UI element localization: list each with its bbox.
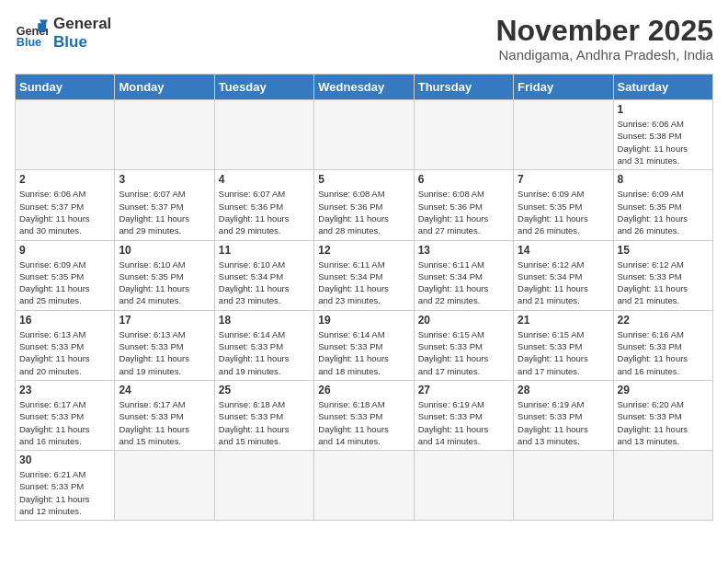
day-number: 19 — [318, 314, 409, 327]
svg-text:Blue: Blue — [17, 37, 41, 50]
weekday-header-sunday: Sunday — [16, 75, 115, 100]
calendar-cell: 12Sunrise: 6:11 AM Sunset: 5:34 PM Dayli… — [314, 240, 414, 310]
day-info: Sunrise: 6:09 AM Sunset: 5:35 PM Dayligh… — [518, 188, 609, 236]
calendar-cell: 20Sunrise: 6:15 AM Sunset: 5:33 PM Dayli… — [414, 310, 513, 380]
day-number: 7 — [518, 173, 609, 186]
calendar-cell: 29Sunrise: 6:20 AM Sunset: 5:33 PM Dayli… — [613, 380, 712, 450]
logo: General Blue General Blue — [15, 15, 111, 52]
calendar-cell: 7Sunrise: 6:09 AM Sunset: 5:35 PM Daylig… — [514, 170, 613, 240]
calendar-cell: 25Sunrise: 6:18 AM Sunset: 5:33 PM Dayli… — [214, 380, 313, 450]
day-number: 3 — [119, 173, 210, 186]
day-number: 25 — [219, 384, 310, 396]
day-info: Sunrise: 6:14 AM Sunset: 5:33 PM Dayligh… — [219, 328, 310, 377]
calendar-cell — [115, 451, 214, 521]
calendar-cell: 13Sunrise: 6:11 AM Sunset: 5:34 PM Dayli… — [414, 240, 513, 310]
day-info: Sunrise: 6:09 AM Sunset: 5:35 PM Dayligh… — [618, 188, 709, 236]
day-number: 20 — [418, 314, 509, 327]
calendar-cell: 26Sunrise: 6:18 AM Sunset: 5:33 PM Dayli… — [314, 380, 414, 450]
calendar-cell — [214, 100, 313, 170]
day-number: 21 — [518, 314, 609, 327]
day-info: Sunrise: 6:07 AM Sunset: 5:36 PM Dayligh… — [219, 188, 310, 236]
day-info: Sunrise: 6:08 AM Sunset: 5:36 PM Dayligh… — [418, 188, 509, 236]
calendar-cell — [314, 100, 414, 170]
day-number: 29 — [618, 384, 709, 396]
day-info: Sunrise: 6:15 AM Sunset: 5:33 PM Dayligh… — [418, 328, 509, 377]
day-number: 17 — [119, 314, 210, 327]
day-info: Sunrise: 6:19 AM Sunset: 5:33 PM Dayligh… — [418, 398, 509, 447]
month-title: November 2025 — [495, 15, 713, 47]
day-number: 10 — [119, 244, 210, 257]
calendar-cell: 4Sunrise: 6:07 AM Sunset: 5:36 PM Daylig… — [214, 170, 313, 240]
day-info: Sunrise: 6:15 AM Sunset: 5:33 PM Dayligh… — [518, 328, 609, 377]
calendar-row: 23Sunrise: 6:17 AM Sunset: 5:33 PM Dayli… — [16, 380, 713, 450]
location: Nandigama, Andhra Pradesh, India — [495, 47, 713, 63]
day-number: 11 — [219, 244, 310, 257]
calendar-cell: 2Sunrise: 6:06 AM Sunset: 5:37 PM Daylig… — [16, 170, 115, 240]
calendar-cell: 24Sunrise: 6:17 AM Sunset: 5:33 PM Dayli… — [115, 380, 214, 450]
weekday-header-monday: Monday — [115, 75, 214, 100]
calendar-row: 30Sunrise: 6:21 AM Sunset: 5:33 PM Dayli… — [16, 451, 713, 521]
calendar-cell: 10Sunrise: 6:10 AM Sunset: 5:35 PM Dayli… — [115, 240, 214, 310]
day-info: Sunrise: 6:06 AM Sunset: 5:38 PM Dayligh… — [618, 118, 709, 167]
day-number: 16 — [19, 314, 110, 327]
calendar-cell — [214, 451, 313, 521]
day-number: 5 — [318, 173, 409, 186]
day-info: Sunrise: 6:13 AM Sunset: 5:33 PM Dayligh… — [19, 328, 110, 377]
day-number: 28 — [518, 384, 609, 396]
day-info: Sunrise: 6:11 AM Sunset: 5:34 PM Dayligh… — [418, 259, 509, 307]
calendar-cell: 3Sunrise: 6:07 AM Sunset: 5:37 PM Daylig… — [115, 170, 214, 240]
calendar-row: 16Sunrise: 6:13 AM Sunset: 5:33 PM Dayli… — [16, 310, 713, 380]
calendar-cell: 28Sunrise: 6:19 AM Sunset: 5:33 PM Dayli… — [514, 380, 613, 450]
calendar-cell: 1Sunrise: 6:06 AM Sunset: 5:38 PM Daylig… — [613, 100, 712, 170]
calendar-cell: 16Sunrise: 6:13 AM Sunset: 5:33 PM Dayli… — [16, 310, 115, 380]
day-number: 12 — [318, 244, 409, 257]
calendar-cell: 11Sunrise: 6:10 AM Sunset: 5:34 PM Dayli… — [214, 240, 313, 310]
calendar-cell — [16, 100, 115, 170]
calendar-row: 2Sunrise: 6:06 AM Sunset: 5:37 PM Daylig… — [16, 170, 713, 240]
day-info: Sunrise: 6:12 AM Sunset: 5:34 PM Dayligh… — [518, 259, 609, 307]
calendar-cell: 5Sunrise: 6:08 AM Sunset: 5:36 PM Daylig… — [314, 170, 414, 240]
day-number: 24 — [119, 384, 210, 396]
calendar-cell — [314, 451, 414, 521]
calendar-table: SundayMondayTuesdayWednesdayThursdayFrid… — [15, 74, 713, 521]
day-info: Sunrise: 6:21 AM Sunset: 5:33 PM Dayligh… — [19, 468, 110, 517]
calendar-row: 9Sunrise: 6:09 AM Sunset: 5:35 PM Daylig… — [16, 240, 713, 310]
weekday-header-friday: Friday — [514, 75, 613, 100]
day-info: Sunrise: 6:19 AM Sunset: 5:33 PM Dayligh… — [518, 398, 609, 447]
calendar-cell — [414, 100, 513, 170]
calendar-header-row: SundayMondayTuesdayWednesdayThursdayFrid… — [16, 75, 713, 100]
day-info: Sunrise: 6:08 AM Sunset: 5:36 PM Dayligh… — [318, 188, 409, 236]
calendar-cell: 9Sunrise: 6:09 AM Sunset: 5:35 PM Daylig… — [16, 240, 115, 310]
title-block: November 2025 Nandigama, Andhra Pradesh,… — [495, 15, 713, 63]
day-info: Sunrise: 6:18 AM Sunset: 5:33 PM Dayligh… — [318, 398, 409, 447]
calendar-cell: 23Sunrise: 6:17 AM Sunset: 5:33 PM Dayli… — [16, 380, 115, 450]
calendar-cell — [414, 451, 513, 521]
calendar-row: 1Sunrise: 6:06 AM Sunset: 5:38 PM Daylig… — [16, 100, 713, 170]
calendar-cell: 27Sunrise: 6:19 AM Sunset: 5:33 PM Dayli… — [414, 380, 513, 450]
day-number: 15 — [618, 244, 709, 257]
logo-icon: General Blue — [15, 17, 48, 50]
day-info: Sunrise: 6:16 AM Sunset: 5:33 PM Dayligh… — [618, 328, 709, 377]
day-info: Sunrise: 6:11 AM Sunset: 5:34 PM Dayligh… — [318, 259, 409, 307]
day-number: 18 — [219, 314, 310, 327]
day-number: 9 — [19, 244, 110, 257]
calendar-cell — [514, 451, 613, 521]
calendar-cell — [115, 100, 214, 170]
day-number: 27 — [418, 384, 509, 396]
weekday-header-saturday: Saturday — [613, 75, 712, 100]
day-info: Sunrise: 6:07 AM Sunset: 5:37 PM Dayligh… — [119, 188, 210, 236]
day-info: Sunrise: 6:09 AM Sunset: 5:35 PM Dayligh… — [19, 259, 110, 307]
logo-blue: Blue — [53, 33, 111, 52]
day-number: 2 — [19, 173, 110, 186]
weekday-header-thursday: Thursday — [414, 75, 513, 100]
weekday-header-tuesday: Tuesday — [214, 75, 313, 100]
calendar-cell: 17Sunrise: 6:13 AM Sunset: 5:33 PM Dayli… — [115, 310, 214, 380]
calendar-cell: 30Sunrise: 6:21 AM Sunset: 5:33 PM Dayli… — [16, 451, 115, 521]
day-info: Sunrise: 6:17 AM Sunset: 5:33 PM Dayligh… — [19, 398, 110, 447]
day-info: Sunrise: 6:10 AM Sunset: 5:35 PM Dayligh… — [119, 259, 210, 307]
day-info: Sunrise: 6:10 AM Sunset: 5:34 PM Dayligh… — [219, 259, 310, 307]
calendar-cell — [514, 100, 613, 170]
day-number: 22 — [618, 314, 709, 327]
day-info: Sunrise: 6:17 AM Sunset: 5:33 PM Dayligh… — [119, 398, 210, 447]
page-header: General Blue General Blue November 2025 … — [15, 15, 713, 63]
